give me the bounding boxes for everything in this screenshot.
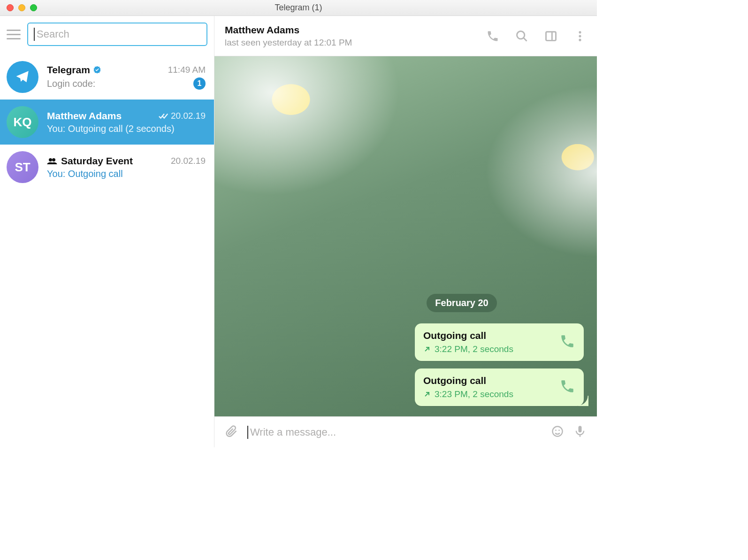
window-title: Telegram (1) [0, 3, 597, 13]
chat-item-saturday-event[interactable]: ST Saturday Event 20.02.19 You: Outgoing… [0, 145, 214, 190]
call-title: Outgoing call [423, 330, 550, 341]
svg-point-6 [579, 38, 581, 41]
svg-point-8 [555, 430, 557, 431]
telegram-plane-icon [15, 69, 31, 85]
call-button[interactable] [486, 30, 499, 43]
chat-preview: Login code: [47, 78, 95, 89]
unread-badge: 1 [193, 77, 206, 90]
chat-item-telegram[interactable]: Telegram 11:49 AM Login code: 1 [0, 54, 214, 100]
message-placeholder: Write a message... [250, 426, 336, 438]
chat-panel: Matthew Adams last seen yesterday at 12:… [214, 16, 597, 447]
phone-icon [559, 378, 575, 396]
outgoing-arrow-icon [423, 391, 431, 398]
call-message[interactable]: Outgoing call 3:22 PM, 2 seconds [415, 323, 584, 361]
message-input[interactable]: Write a message... [247, 426, 542, 439]
sidebar: Search Telegram 11:49 AM Login code: 1 [0, 16, 214, 447]
chat-preview: You: Outgoing call (2 seconds) [47, 123, 175, 134]
minimize-window-button[interactable] [18, 4, 25, 11]
svg-point-7 [553, 426, 563, 436]
chat-time: 20.02.19 [171, 111, 206, 121]
phone-icon [486, 30, 499, 43]
svg-rect-3 [546, 31, 556, 40]
composer: Write a message... [214, 416, 597, 447]
call-detail: 3:22 PM, 2 seconds [435, 344, 513, 354]
verified-badge-icon [93, 66, 101, 74]
date-separator: February 20 [427, 294, 496, 312]
search-input[interactable]: Search [27, 23, 207, 46]
svg-rect-10 [579, 426, 582, 432]
call-message[interactable]: Outgoing call 3:23 PM, 2 seconds [415, 368, 584, 406]
text-caret [34, 28, 35, 41]
search-in-chat-button[interactable] [515, 30, 528, 43]
text-caret [247, 426, 248, 439]
outgoing-arrow-icon [423, 345, 431, 353]
chat-preview: You: Outgoing call [47, 169, 123, 179]
group-icon [47, 158, 57, 164]
svg-point-0 [49, 158, 52, 161]
smile-icon [551, 425, 564, 438]
chat-name: Matthew Adams [47, 110, 122, 122]
svg-point-2 [517, 31, 525, 38]
chat-name: Saturday Event [61, 155, 133, 167]
menu-icon[interactable] [7, 30, 21, 39]
chat-header: Matthew Adams last seen yesterday at 12:… [214, 16, 597, 56]
phone-icon [559, 333, 575, 351]
svg-point-4 [579, 31, 581, 33]
more-vertical-icon [573, 30, 587, 43]
maximize-window-button[interactable] [30, 4, 37, 11]
panel-icon [544, 30, 557, 43]
svg-point-1 [52, 158, 55, 161]
search-icon [515, 30, 528, 43]
search-placeholder: Search [37, 28, 69, 40]
chat-header-name[interactable]: Matthew Adams [225, 24, 486, 36]
chat-background: February 20 Outgoing call 3:22 PM, 2 sec… [214, 56, 597, 416]
microphone-icon [573, 425, 587, 438]
svg-point-5 [579, 35, 581, 37]
chat-name: Telegram [47, 64, 90, 76]
svg-point-9 [558, 430, 560, 431]
chat-time: 20.02.19 [171, 156, 206, 166]
more-button[interactable] [573, 30, 587, 43]
chat-header-status: last seen yesterday at 12:01 PM [225, 38, 486, 48]
call-detail: 3:23 PM, 2 seconds [435, 389, 513, 399]
avatar [7, 61, 38, 93]
emoji-button[interactable] [551, 425, 564, 440]
side-panel-button[interactable] [544, 30, 557, 43]
chat-time: 11:49 AM [168, 65, 206, 75]
voice-button[interactable] [573, 425, 587, 440]
close-window-button[interactable] [7, 4, 14, 11]
traffic-lights [0, 4, 37, 11]
read-checks-icon [159, 112, 169, 120]
call-title: Outgoing call [423, 375, 550, 386]
paperclip-icon [225, 425, 238, 438]
avatar: ST [7, 151, 38, 183]
avatar: KQ [7, 106, 38, 138]
chat-item-matthew-adams[interactable]: KQ Matthew Adams 20.02.19 You: Outgoing … [0, 100, 214, 145]
attach-button[interactable] [225, 425, 238, 440]
window-titlebar: Telegram (1) [0, 0, 597, 16]
